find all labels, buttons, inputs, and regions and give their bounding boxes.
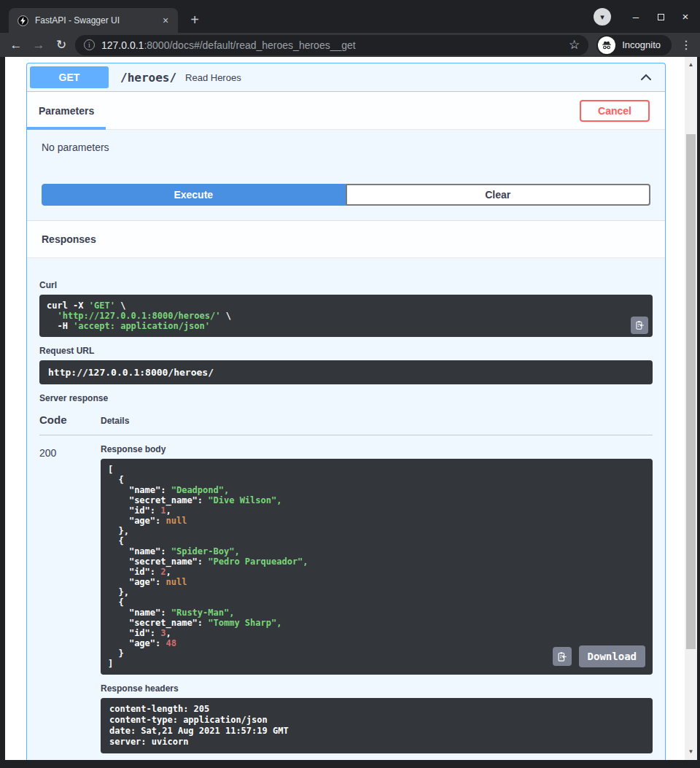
scrollbar-thumb[interactable] bbox=[686, 134, 696, 649]
no-parameters-text: No parameters bbox=[42, 141, 109, 153]
request-url-text: http://127.0.0.1:8000/heroes/ bbox=[48, 367, 214, 378]
site-info-icon[interactable]: i bbox=[84, 39, 95, 50]
response-body-json: [ { "name": "Deadpond", "secret_name": "… bbox=[108, 465, 645, 669]
copy-curl-button[interactable] bbox=[631, 317, 648, 334]
parameters-title: Parameters bbox=[39, 105, 94, 117]
browser-tab-strip: FastAPI - Swagger UI × + ▾ – × bbox=[0, 0, 700, 33]
status-code: 200 bbox=[39, 444, 101, 753]
http-method-badge: GET bbox=[30, 66, 109, 88]
response-detail: Response body [ { "name": "Deadpond", "s… bbox=[101, 444, 653, 753]
window-controls: ▾ – × bbox=[594, 8, 693, 26]
request-url-label: Request URL bbox=[39, 346, 653, 356]
browser-tab[interactable]: FastAPI - Swagger UI × bbox=[9, 8, 178, 33]
code-column-header: Code bbox=[39, 414, 101, 426]
response-body-block: [ { "name": "Deadpond", "secret_name": "… bbox=[101, 459, 653, 675]
tab-close-icon[interactable]: × bbox=[159, 15, 172, 26]
clear-button[interactable]: Clear bbox=[346, 184, 651, 206]
page-viewport: GET /heroes/ Read Heroes Parameters Canc… bbox=[5, 57, 697, 760]
maximize-icon bbox=[658, 14, 664, 20]
back-icon[interactable]: ← bbox=[7, 38, 25, 53]
incognito-icon bbox=[598, 36, 615, 54]
minimize-button[interactable]: – bbox=[629, 9, 643, 24]
opblock-get-heroes: GET /heroes/ Read Heroes Parameters Canc… bbox=[26, 63, 666, 760]
response-body-label: Response body bbox=[101, 444, 653, 454]
curl-command-text: curl -X 'GET' \ 'http://127.0.0.1:8000/h… bbox=[47, 300, 645, 331]
bookmark-star-icon[interactable]: ☆ bbox=[569, 37, 580, 53]
request-url-block: http://127.0.0.1:8000/heroes/ bbox=[39, 360, 653, 384]
execute-button[interactable]: Execute bbox=[42, 184, 346, 206]
cancel-button[interactable]: Cancel bbox=[580, 100, 650, 122]
responses-header: Responses bbox=[27, 220, 665, 258]
table-divider bbox=[39, 435, 653, 435]
endpoint-path: /heroes/ bbox=[120, 71, 176, 85]
response-body-actions: Download bbox=[553, 645, 645, 667]
execute-button-group: Execute Clear bbox=[27, 162, 665, 220]
plus-icon: + bbox=[190, 12, 199, 28]
new-tab-button[interactable]: + bbox=[185, 10, 204, 29]
response-headers-label: Response headers bbox=[101, 683, 653, 694]
url-text: 127.0.0.1:8000/docs#/default/read_heroes… bbox=[101, 39, 562, 51]
scroll-down-icon[interactable]: ▼ bbox=[685, 749, 697, 755]
forward-icon[interactable]: → bbox=[30, 38, 47, 53]
clipboard-copy-icon bbox=[556, 651, 567, 662]
response-headers-block: content-length: 205content-type: applica… bbox=[101, 698, 653, 753]
curl-label: Curl bbox=[39, 280, 653, 290]
tab-title: FastAPI - Swagger UI bbox=[35, 15, 152, 26]
response-headers-text: content-length: 205content-type: applica… bbox=[109, 704, 644, 748]
chevron-down-icon: ▾ bbox=[600, 13, 604, 21]
opblock-header[interactable]: GET /heroes/ Read Heroes bbox=[27, 63, 665, 92]
endpoint-summary: Read Heroes bbox=[185, 72, 241, 83]
reload-icon[interactable]: ↻ bbox=[52, 37, 70, 53]
copy-response-button[interactable] bbox=[553, 647, 572, 666]
url-path: :8000/docs#/default/read_heroes_heroes__… bbox=[144, 39, 355, 51]
clipboard-copy-icon bbox=[634, 320, 645, 330]
parameters-header: Parameters Cancel bbox=[27, 92, 665, 130]
swagger-ui: GET /heroes/ Read Heroes Parameters Canc… bbox=[5, 57, 685, 760]
incognito-label: Incognito bbox=[622, 39, 661, 50]
maximize-button[interactable] bbox=[653, 9, 668, 24]
tab-parameters[interactable]: Parameters bbox=[27, 92, 106, 130]
download-button[interactable]: Download bbox=[579, 645, 645, 667]
server-response-label: Server response bbox=[39, 393, 653, 403]
response-row-200: 200 Response body [ { "name": "Deadpond"… bbox=[39, 444, 653, 753]
scroll-up-icon[interactable]: ▲ bbox=[685, 62, 697, 68]
chevron-up-icon[interactable] bbox=[639, 70, 653, 85]
page-scrollbar[interactable]: ▲ ▼ bbox=[685, 57, 697, 760]
browser-window: FastAPI - Swagger UI × + ▾ – × ← → ↻ i 1… bbox=[0, 0, 700, 768]
browser-toolbar: ← → ↻ i 127.0.0.1:8000/docs#/default/rea… bbox=[0, 33, 700, 57]
response-table-header: Code Details bbox=[39, 414, 653, 426]
address-bar[interactable]: i 127.0.0.1:8000/docs#/default/read_hero… bbox=[75, 35, 588, 55]
responses-title: Responses bbox=[42, 233, 96, 245]
curl-command-block: curl -X 'GET' \ 'http://127.0.0.1:8000/h… bbox=[39, 295, 653, 337]
browser-menu-icon[interactable]: ⋮ bbox=[680, 38, 693, 52]
fastapi-favicon-icon bbox=[18, 15, 28, 26]
close-button[interactable]: × bbox=[678, 9, 693, 24]
incognito-badge: Incognito bbox=[596, 35, 672, 55]
details-column-header: Details bbox=[101, 416, 129, 426]
parameters-body: No parameters bbox=[27, 130, 665, 162]
tab-search-button[interactable]: ▾ bbox=[594, 8, 611, 26]
responses-body: Curl curl -X 'GET' \ 'http://127.0.0.1:8… bbox=[27, 258, 665, 760]
url-host: 127.0.0.1 bbox=[101, 39, 144, 51]
